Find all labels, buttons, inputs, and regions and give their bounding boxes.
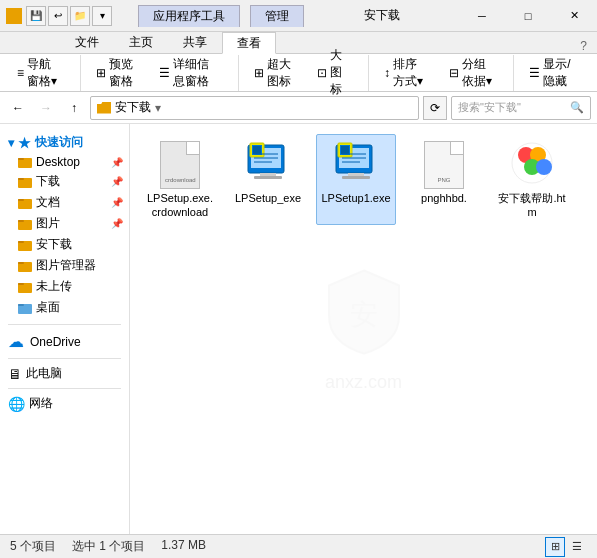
- extra-large-btn[interactable]: ⊞ 超大图标: [245, 59, 306, 87]
- sidebar-item-documents[interactable]: 文档 📌: [0, 192, 129, 213]
- preview-btn[interactable]: ⊞ 预览窗格: [87, 59, 149, 87]
- show-hide-btn[interactable]: ☰ 显示/隐藏: [520, 59, 589, 87]
- search-box[interactable]: 搜索"安下载" 🔍: [451, 96, 591, 120]
- file-icon-exe2: [332, 139, 380, 187]
- list-view-btn[interactable]: ☰: [567, 537, 587, 557]
- window-title: 安下载: [304, 7, 459, 24]
- sidebar-item-thispc[interactable]: 🖥 此电脑: [0, 363, 129, 384]
- folder-icon: [18, 302, 32, 314]
- pin-icon: 📌: [111, 197, 123, 208]
- sidebar: ▾ ★ 快速访问 Desktop 📌 下载 📌 文档 📌: [0, 124, 130, 534]
- view-section: ⊞ 超大图标 ⊡ 大图标: [245, 55, 369, 91]
- selected-count: 选中 1 个项目: [72, 538, 145, 555]
- file-icon-png: PNG: [420, 139, 468, 187]
- tool-tab[interactable]: 应用程序工具: [138, 5, 240, 27]
- manage-tab-title[interactable]: 管理: [250, 5, 304, 27]
- file-item-crdownload[interactable]: crdownload LPSetup.exe.crdownload: [140, 134, 220, 225]
- svg-text:安: 安: [350, 299, 378, 330]
- refresh-button[interactable]: ⟳: [423, 96, 447, 120]
- divider3: [8, 388, 121, 389]
- svg-rect-32: [348, 173, 364, 176]
- exe-svg-icon2: [332, 139, 380, 187]
- pin-icon: 📌: [111, 176, 123, 187]
- file-item-png[interactable]: PNG pnghhbd.: [404, 134, 484, 225]
- svg-rect-31: [341, 146, 349, 154]
- file-area[interactable]: 安 anxz.com crdownload LPSetup.exe.crdown…: [130, 124, 597, 534]
- sidebar-item-network[interactable]: 🌐 网络: [0, 393, 129, 414]
- icon-view-btn[interactable]: ⊞: [545, 537, 565, 557]
- tab-file[interactable]: 文件: [60, 31, 114, 53]
- pin-icon: 📌: [111, 157, 123, 168]
- status-bar: 5 个项目 选中 1 个项目 1.37 MB ⊞ ☰: [0, 534, 597, 558]
- file-item-lpsetup1[interactable]: LPSetup1.exe: [316, 134, 396, 225]
- title-bar-left: 💾 ↩ 📁 ▾: [0, 6, 118, 26]
- svg-rect-1: [18, 158, 24, 160]
- file-label: LPSetup.exe.crdownload: [145, 191, 215, 220]
- tab-view[interactable]: 查看: [222, 32, 276, 54]
- folder-icon: [97, 102, 111, 114]
- tab-home[interactable]: 主页: [114, 31, 168, 53]
- folder-icon: [18, 260, 32, 272]
- address-chevron: ▾: [155, 101, 161, 115]
- save-btn[interactable]: 💾: [26, 6, 46, 26]
- minimize-button[interactable]: ─: [459, 0, 505, 32]
- file-label: pnghhbd.: [421, 191, 467, 205]
- network-icon: 🌐: [8, 396, 25, 412]
- nav-pane-btn[interactable]: ≡ 导航窗格▾: [8, 59, 72, 87]
- app-icon: [6, 8, 22, 24]
- tab-share[interactable]: 共享: [168, 31, 222, 53]
- sidebar-item-downloads[interactable]: 下载 📌: [0, 171, 129, 192]
- folder-icon: [18, 197, 32, 209]
- ribbon-bar: ≡ 导航窗格▾ ⊞ 预览窗格 ☰ 详细信息窗格 ⊞ 超大图标 ⊡ 大图标 ↕ 排…: [0, 54, 597, 92]
- detail-btn[interactable]: ☰ 详细信息窗格: [150, 59, 230, 87]
- main-content: ▾ ★ 快速访问 Desktop 📌 下载 📌 文档 📌: [0, 124, 597, 534]
- up-button[interactable]: ↑: [62, 96, 86, 120]
- maximize-button[interactable]: □: [505, 0, 551, 32]
- svg-rect-11: [18, 262, 24, 264]
- folder-icon: [18, 218, 32, 230]
- svg-rect-15: [18, 304, 24, 306]
- address-input[interactable]: 安下载 ▾: [90, 96, 419, 120]
- svg-rect-23: [254, 176, 282, 179]
- star-icon: ★: [18, 135, 31, 151]
- sidebar-item-onedrive[interactable]: ☁ OneDrive: [0, 329, 129, 354]
- dropdown-btn[interactable]: ▾: [92, 6, 112, 26]
- item-count: 5 个项目: [10, 538, 56, 555]
- htm-svg-icon: [508, 139, 556, 187]
- svg-rect-7: [18, 220, 24, 222]
- svg-rect-5: [18, 199, 24, 201]
- quick-access-header[interactable]: ▾ ★ 快速访问: [0, 132, 129, 153]
- sidebar-item-desktop[interactable]: Desktop 📌: [0, 153, 129, 171]
- svg-rect-21: [253, 146, 261, 154]
- back-button[interactable]: ←: [6, 96, 30, 120]
- svg-rect-9: [18, 241, 24, 243]
- file-item-htm[interactable]: 安下载帮助.htm: [492, 134, 572, 225]
- file-label: LPSetup_exe: [235, 191, 301, 205]
- nav-section: ≡ 导航窗格▾: [8, 55, 81, 91]
- file-item-lpsetup-exe[interactable]: LPSetup_exe: [228, 134, 308, 225]
- help-button[interactable]: ?: [570, 39, 597, 53]
- watermark: 安 anxz.com: [324, 266, 404, 393]
- sidebar-item-anzaixia[interactable]: 安下载: [0, 234, 129, 255]
- folder-btn[interactable]: 📁: [70, 6, 90, 26]
- sidebar-item-desktop2[interactable]: 桌面: [0, 297, 129, 318]
- sort-section: ↕ 排序方式▾ ⊟ 分组依据▾: [375, 55, 514, 91]
- group-btn[interactable]: ⊟ 分组依据▾: [440, 59, 506, 87]
- sidebar-item-pictures[interactable]: 图片 📌: [0, 213, 129, 234]
- undo-btn[interactable]: ↩: [48, 6, 68, 26]
- window-controls: ─ □ ✕: [459, 0, 597, 32]
- address-bar: ← → ↑ 安下载 ▾ ⟳ 搜索"安下载" 🔍: [0, 92, 597, 124]
- close-button[interactable]: ✕: [551, 0, 597, 32]
- files-grid: crdownload LPSetup.exe.crdownload: [140, 134, 587, 225]
- sort-btn[interactable]: ↕ 排序方式▾: [375, 59, 438, 87]
- sidebar-item-notupload[interactable]: 未上传: [0, 276, 129, 297]
- computer-icon: 🖥: [8, 366, 22, 382]
- watermark-shield: 安: [324, 266, 404, 372]
- status-info: 5 个项目 选中 1 个项目 1.37 MB: [10, 538, 545, 555]
- ribbon-tabs: 文件 主页 共享 查看 ?: [0, 32, 597, 54]
- sidebar-item-picmgr[interactable]: 图片管理器: [0, 255, 129, 276]
- folder-icon: [18, 176, 32, 188]
- forward-button[interactable]: →: [34, 96, 58, 120]
- search-icon: 🔍: [570, 101, 584, 114]
- large-btn[interactable]: ⊡ 大图标: [308, 59, 360, 87]
